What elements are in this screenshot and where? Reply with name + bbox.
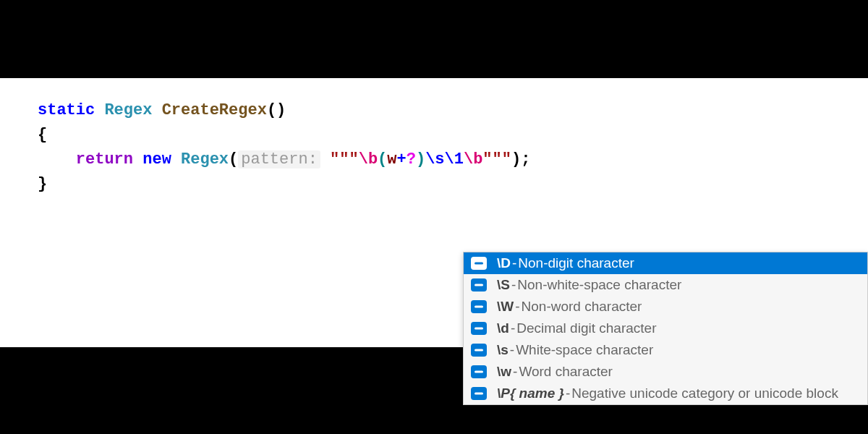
completion-token: \S	[497, 277, 510, 293]
keyword-new: new	[142, 150, 171, 169]
svg-rect-7	[475, 328, 483, 330]
completion-description: Non-white-space character	[517, 277, 681, 293]
separator: -	[513, 364, 517, 380]
paren-close: )	[511, 150, 521, 169]
separator: -	[510, 342, 514, 358]
regex-anchor-b1: \b	[359, 150, 378, 169]
intellisense-item[interactable]: \w - Word character	[464, 361, 867, 383]
regex-group-close: )	[416, 150, 425, 169]
parens: ()	[267, 101, 286, 119]
brace-close: }	[38, 175, 47, 193]
snippet-icon	[471, 365, 487, 378]
keyword-return: return	[76, 150, 133, 169]
svg-rect-11	[475, 371, 483, 373]
snippet-icon	[471, 257, 487, 270]
intellisense-item[interactable]: \P{ name } - Negative unicode category o…	[464, 383, 867, 404]
svg-rect-1	[475, 263, 483, 265]
completion-description: Negative unicode category or unicode blo…	[571, 386, 838, 401]
completion-token: \d	[497, 320, 509, 336]
snippet-icon	[471, 344, 487, 357]
intellisense-item[interactable]: \S - Non-white-space character	[464, 274, 867, 296]
completion-description: White-space character	[516, 342, 653, 358]
brace-open: {	[38, 126, 47, 144]
snippet-icon	[471, 322, 487, 335]
intellisense-item[interactable]: \W - Non-word character	[464, 296, 867, 318]
separator: -	[512, 255, 516, 271]
completion-description: Non-word character	[522, 299, 642, 315]
method-name: CreateRegex	[162, 101, 267, 119]
separator: -	[515, 299, 519, 315]
regex-quantifier: ?	[407, 150, 416, 169]
completion-description: Decimal digit character	[516, 320, 656, 336]
intellisense-item[interactable]: \D - Non-digit character	[464, 252, 867, 274]
paren-open: (	[229, 150, 238, 169]
svg-rect-9	[475, 349, 483, 352]
intellisense-popup[interactable]: \D - Non-digit character\S - Non-white-s…	[463, 252, 868, 405]
completion-token: \W	[497, 299, 514, 315]
regex-backref: \1	[445, 150, 464, 169]
type-regex: Regex	[104, 101, 152, 119]
svg-rect-5	[475, 306, 483, 308]
completion-token: \P{ name }	[497, 386, 564, 401]
regex-w: w	[387, 150, 396, 169]
completion-description: Non-digit character	[518, 255, 634, 271]
ctor-type: Regex	[181, 150, 229, 169]
regex-plus: +	[397, 150, 407, 169]
intellisense-item[interactable]: \s - White-space character	[464, 339, 867, 361]
regex-escape-s: \s	[425, 150, 444, 169]
code-editor[interactable]: static Regex CreateRegex() { return new …	[0, 78, 868, 347]
svg-rect-3	[475, 284, 483, 286]
regex-group-open: (	[378, 150, 387, 169]
completion-token: \w	[497, 364, 511, 380]
completion-token: \s	[497, 342, 509, 358]
keyword-static: static	[38, 101, 95, 119]
snippet-icon	[471, 278, 487, 292]
completion-description: Word character	[519, 364, 613, 380]
snippet-icon	[471, 300, 487, 313]
string-quote-close: """	[482, 150, 511, 169]
svg-rect-13	[475, 393, 483, 395]
separator: -	[511, 320, 515, 336]
semicolon: ;	[521, 150, 530, 169]
string-quote-open: """	[330, 150, 359, 169]
code-content: static Regex CreateRegex() { return new …	[0, 78, 868, 197]
regex-anchor-b2: \b	[464, 150, 482, 169]
separator: -	[566, 386, 570, 401]
param-hint: pattern:	[238, 150, 320, 169]
separator: -	[511, 277, 516, 293]
completion-token: \D	[497, 255, 511, 271]
intellisense-item[interactable]: \d - Decimal digit character	[464, 318, 867, 339]
snippet-icon	[471, 387, 487, 400]
